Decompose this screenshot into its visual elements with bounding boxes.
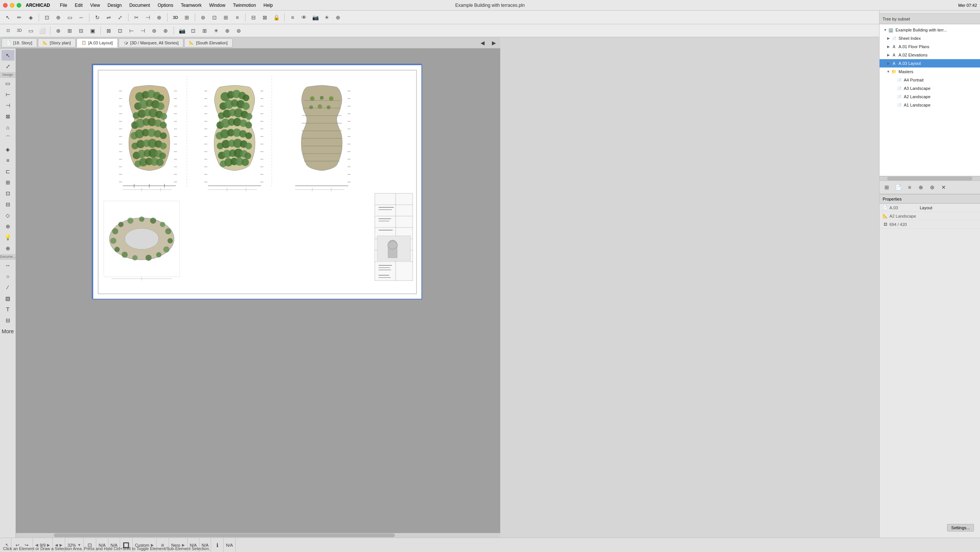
tool-skylight[interactable]: ◇ [2, 210, 14, 221]
tool-lamp[interactable]: 💡 [2, 232, 14, 242]
tree-item-a03[interactable]: ▶ A A.03 Layout [880, 59, 980, 67]
tool-marker[interactable]: ◈ [26, 13, 36, 22]
tool-stretch[interactable]: ↔ [76, 13, 86, 22]
tool-split[interactable]: ⊣ [143, 13, 153, 22]
tool-detail2[interactable]: ⊕ [161, 26, 170, 36]
tool-nav2[interactable]: ⊞ [65, 26, 75, 36]
tool-rotate-btn[interactable]: ⤢ [2, 61, 14, 72]
tool-intersect[interactable]: ⊕ [154, 13, 164, 22]
tool-rect[interactable]: ▭ [65, 13, 75, 22]
maximize-button[interactable] [17, 3, 21, 8]
undo-button[interactable]: ↩ [14, 541, 21, 549]
tool-label[interactable]: ⊟ [2, 315, 14, 325]
nav-prev-btn[interactable]: ◀ [55, 543, 58, 547]
tool-render5[interactable]: ⊛ [234, 26, 244, 36]
menu-window[interactable]: Window [205, 2, 229, 9]
custom-dropdown[interactable]: ▶ [151, 543, 154, 547]
tool-railing[interactable]: ⊏ [2, 166, 14, 177]
tool-layer[interactable]: ≡ [288, 13, 298, 22]
settings-button[interactable]: Settings... [947, 524, 974, 531]
layer-btn[interactable]: ≡ [159, 541, 166, 549]
nav-next-btn[interactable]: ▶ [59, 543, 62, 547]
tool-window[interactable]: ⊟ [2, 199, 14, 210]
tab-layout[interactable]: 📋 [A.03 Layout] [76, 38, 118, 47]
tool-group[interactable]: ⊟ [248, 13, 258, 22]
tree-item-masters[interactable]: ▼ 📁 Masters [880, 67, 980, 76]
page-prev-btn[interactable]: ◀ [35, 543, 38, 547]
tree-expand-a02[interactable]: ▶ [886, 52, 891, 57]
view-3d[interactable]: 3D [170, 13, 180, 22]
tool-move[interactable]: ⤢ [115, 13, 125, 22]
view-mode-btn[interactable]: 🔲 [123, 541, 130, 549]
tool-zone[interactable]: ⊕ [2, 243, 14, 254]
tool-align[interactable]: ⊞ [221, 13, 231, 22]
tree-item-a2-landscape[interactable]: 📄 A2 Landscape [880, 93, 980, 101]
tool-view-mode[interactable]: ⊡ [3, 26, 13, 36]
tool-shell[interactable]: ⌒ [2, 133, 14, 144]
tool-roof[interactable]: ⌂ [2, 122, 14, 133]
tool-floor2[interactable]: ⬜ [37, 26, 47, 36]
tab-story[interactable]: 📄 [18. Story] [2, 38, 37, 47]
tool-object[interactable]: ⊛ [2, 221, 14, 231]
right-hscroll[interactable] [880, 176, 980, 180]
tab-south-elev[interactable]: 📐 [South Elevation] [184, 38, 232, 47]
menu-twinmotion[interactable]: Twinmotion [229, 2, 260, 9]
tool-extra1[interactable]: ⊕ [333, 13, 343, 22]
tab-nav-prev[interactable]: ◀ [477, 38, 487, 48]
tool-distribute[interactable]: ≡ [232, 13, 242, 22]
tool-floor[interactable]: ▭ [26, 26, 36, 36]
tool-trim[interactable]: ✂ [132, 13, 142, 22]
tool-curtainwall[interactable]: ⊞ [2, 177, 14, 188]
tool-sun2[interactable]: ☀ [211, 26, 221, 36]
tool-nav[interactable]: ⊕ [53, 26, 63, 36]
tool-section[interactable]: ⊠ [104, 26, 114, 36]
menu-edit[interactable]: Edit [71, 2, 86, 9]
right-action-2[interactable]: 📄 [893, 182, 903, 192]
tool-plus[interactable]: ⊕ [53, 13, 63, 22]
menu-design[interactable]: Design [104, 2, 126, 9]
tool-slab[interactable]: ⊠ [2, 111, 14, 122]
redo-button[interactable]: ↪ [23, 541, 30, 549]
zoom-dropdown[interactable]: ▼ [77, 543, 81, 547]
tree-item-sheet-index[interactable]: ▶ 📄 Sheet Index [880, 34, 980, 43]
tool-stair[interactable]: ≡ [2, 155, 14, 166]
tool-more[interactable]: More [2, 326, 14, 337]
tool-select-btn[interactable]: ↖ [2, 50, 14, 61]
tool-column[interactable]: ⊢ [2, 89, 14, 100]
menu-teamwork[interactable]: Teamwork [177, 2, 205, 9]
horizontal-scrollbar[interactable] [16, 533, 500, 538]
tool-lock[interactable]: 🔒 [271, 13, 281, 22]
tool-eye[interactable]: 👁 [299, 13, 309, 22]
tool-text[interactable]: T [2, 304, 14, 315]
zoom-fit-btn[interactable]: ⊡ [86, 541, 94, 549]
right-action-4[interactable]: ⊕ [916, 182, 926, 192]
tool-render4[interactable]: ⊕ [223, 26, 232, 36]
tool-snap[interactable]: ⊡ [210, 13, 220, 22]
tool-morph[interactable]: ◈ [2, 144, 14, 155]
tree-expand-sheet[interactable]: ▶ [886, 36, 891, 41]
tool-select[interactable]: ⊡ [42, 13, 52, 22]
menu-help[interactable]: Help [259, 2, 277, 9]
tool-beam[interactable]: ⊣ [2, 100, 14, 111]
tool-section2[interactable]: ⊡ [115, 26, 125, 36]
close-button[interactable] [3, 3, 8, 8]
tool-pencil[interactable]: ✏ [14, 13, 24, 22]
right-action-3[interactable]: ≡ [905, 182, 915, 192]
menu-document[interactable]: Document [126, 2, 154, 9]
tool-nav3[interactable]: ⊟ [76, 26, 86, 36]
tool-render[interactable]: 📷 [177, 26, 187, 36]
tool-window[interactable]: ⊞ [182, 13, 192, 22]
menu-file[interactable]: File [56, 2, 71, 9]
tool-render2[interactable]: ⊡ [188, 26, 198, 36]
right-action-6[interactable]: ✕ [939, 182, 948, 192]
right-action-1[interactable]: ⊞ [882, 182, 892, 192]
tool-ungroup[interactable]: ⊠ [260, 13, 270, 22]
tool-circle[interactable]: ○ [2, 271, 14, 282]
tree-item-a4-portrait[interactable]: 📄 A4 Portrait [880, 76, 980, 84]
tool-3d-window[interactable]: 3D [14, 26, 24, 36]
tree-expand-a03[interactable]: ▶ [886, 61, 891, 66]
tree-item-a02[interactable]: ▶ A A.02 Elevations [880, 51, 980, 59]
tool-arrow[interactable]: ↖ [3, 13, 13, 22]
tree-item-root[interactable]: ▼ 🏢 Example Building with terr... [880, 26, 980, 34]
tool-mirror[interactable]: ⇌ [104, 13, 114, 22]
